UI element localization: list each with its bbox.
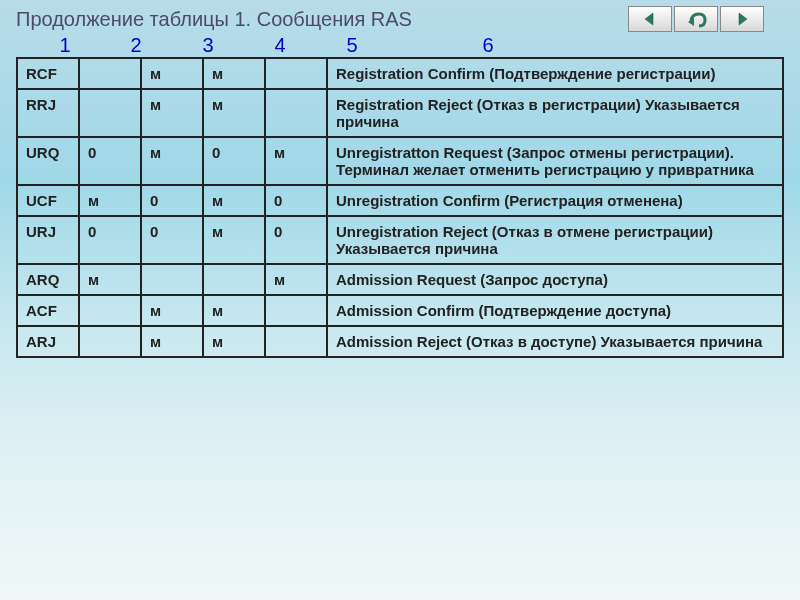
cell-c6: Unregistration Confirm (Регистрация отме… — [327, 185, 783, 216]
cell-c1: URJ — [17, 216, 79, 264]
cell-c6: Admission Request (Запрос доступа) — [327, 264, 783, 295]
cell-c5 — [265, 295, 327, 326]
cell-c4 — [203, 264, 265, 295]
cell-c5 — [265, 58, 327, 89]
cell-c5: м — [265, 264, 327, 295]
table-row: URQ0м0мUnregistratton Request (Запрос от… — [17, 137, 783, 185]
cell-c6: Registration Confirm (Подтверждение реги… — [327, 58, 783, 89]
cell-c3: м — [141, 326, 203, 357]
table-row: RCFммRegistration Confirm (Подтверждение… — [17, 58, 783, 89]
page-title: Продолжение таблицы 1. Сообщения RAS — [16, 6, 628, 31]
cell-c3: м — [141, 58, 203, 89]
table-row: URJ00м0Unregistration Reject (Отказ в от… — [17, 216, 783, 264]
colnum-3: 3 — [172, 34, 244, 57]
cell-c5: м — [265, 137, 327, 185]
cell-c2 — [79, 295, 141, 326]
cell-c1: ACF — [17, 295, 79, 326]
next-button[interactable] — [720, 6, 764, 32]
cell-c2: 0 — [79, 216, 141, 264]
colnum-1: 1 — [30, 34, 100, 57]
cell-c1: ARQ — [17, 264, 79, 295]
svg-marker-0 — [645, 13, 653, 25]
colnum-5: 5 — [316, 34, 388, 57]
cell-c6: Admission Confirm (Подтверждение доступа… — [327, 295, 783, 326]
prev-button[interactable] — [628, 6, 672, 32]
cell-c3: м — [141, 295, 203, 326]
cell-c2: м — [79, 185, 141, 216]
cell-c1: URQ — [17, 137, 79, 185]
cell-c2 — [79, 89, 141, 137]
cell-c2: м — [79, 264, 141, 295]
cell-c5 — [265, 89, 327, 137]
colnum-6: 6 — [388, 34, 588, 57]
table-row: ARQммAdmission Request (Запрос доступа) — [17, 264, 783, 295]
cell-c4: м — [203, 89, 265, 137]
return-button[interactable] — [674, 6, 718, 32]
cell-c4: м — [203, 326, 265, 357]
cell-c5 — [265, 326, 327, 357]
colnum-4: 4 — [244, 34, 316, 57]
nav-buttons — [628, 6, 764, 32]
cell-c6: Unregistration Reject (Отказ в отмене ре… — [327, 216, 783, 264]
cell-c6: Admission Reject (Отказ в доступе) Указы… — [327, 326, 783, 357]
cell-c5: 0 — [265, 216, 327, 264]
table-row: UCFм0м0Unregistration Confirm (Регистрац… — [17, 185, 783, 216]
cell-c2 — [79, 58, 141, 89]
cell-c2: 0 — [79, 137, 141, 185]
cell-c6: Registration Reject (Отказ в регистрации… — [327, 89, 783, 137]
cell-c3: 0 — [141, 216, 203, 264]
cell-c3 — [141, 264, 203, 295]
table-row: ARJммAdmission Reject (Отказ в доступе) … — [17, 326, 783, 357]
cell-c1: UCF — [17, 185, 79, 216]
cell-c4: м — [203, 185, 265, 216]
cell-c2 — [79, 326, 141, 357]
colnum-2: 2 — [100, 34, 172, 57]
cell-c4: м — [203, 216, 265, 264]
cell-c1: RRJ — [17, 89, 79, 137]
cell-c1: RCF — [17, 58, 79, 89]
cell-c6: Unregistratton Request (Запрос отмены ре… — [327, 137, 783, 185]
svg-marker-2 — [739, 13, 747, 25]
column-numbers: 1 2 3 4 5 6 — [0, 34, 800, 57]
cell-c4: м — [203, 58, 265, 89]
cell-c5: 0 — [265, 185, 327, 216]
table-row: RRJммRegistration Reject (Отказ в регист… — [17, 89, 783, 137]
table-row: ACFммAdmission Confirm (Подтверждение до… — [17, 295, 783, 326]
cell-c4: м — [203, 295, 265, 326]
cell-c3: м — [141, 89, 203, 137]
cell-c1: ARJ — [17, 326, 79, 357]
ras-messages-table: RCFммRegistration Confirm (Подтверждение… — [16, 57, 784, 358]
cell-c3: 0 — [141, 185, 203, 216]
cell-c3: м — [141, 137, 203, 185]
cell-c4: 0 — [203, 137, 265, 185]
